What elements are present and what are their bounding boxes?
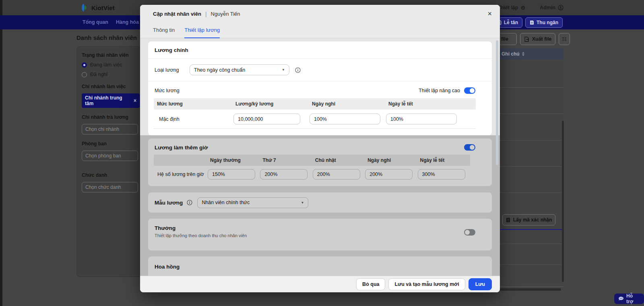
filter-department-label: Phòng ban bbox=[82, 141, 140, 147]
table-row-separator bbox=[493, 265, 564, 265]
advanced-settings-toggle[interactable] bbox=[464, 87, 475, 94]
receipt-icon bbox=[530, 20, 534, 25]
save-button[interactable]: Lưu bbox=[469, 278, 492, 290]
table-row-separator bbox=[493, 140, 564, 141]
settings-menu[interactable]: Thiết lập ⚙ bbox=[497, 5, 525, 11]
salary-level-table: Mức lương Lương/kỳ lương Ngày nghỉ Ngày … bbox=[154, 98, 476, 129]
dayoff-rate-input[interactable] bbox=[365, 169, 413, 180]
saturday-rate-input[interactable] bbox=[260, 169, 308, 180]
export-file-button[interactable]: Xuất file bbox=[520, 33, 555, 45]
overtime-toggle[interactable] bbox=[464, 144, 475, 151]
table-row-separator bbox=[493, 114, 564, 114]
main-salary-card: Lương chính Loại lương Theo ngày công ch… bbox=[148, 41, 492, 135]
filter-branch-pay-label: Chi nhánh trả lương bbox=[82, 114, 140, 120]
page-title: Danh sách nhân viên bbox=[76, 34, 137, 41]
bonus-card: Thưởng Thiết lập thưởng theo doanh thu c… bbox=[148, 219, 492, 250]
title-divider: | bbox=[205, 11, 207, 17]
modal-title: Cập nhật nhân viên bbox=[153, 11, 201, 17]
window-edge bbox=[0, 0, 2, 306]
modal-footer: Bỏ qua Lưu và tạo mẫu lương mới Lưu bbox=[140, 276, 500, 292]
chat-icon bbox=[618, 296, 624, 301]
filter-job-title-label: Chức danh bbox=[82, 172, 140, 178]
table-row-separator bbox=[493, 192, 564, 193]
chevron-down-icon: ▼ bbox=[282, 68, 285, 72]
job-title-input[interactable] bbox=[82, 182, 138, 192]
table-row: Mặc định bbox=[154, 110, 476, 129]
brand-name: KiotViet bbox=[91, 4, 115, 11]
branch-tag[interactable]: Chi nhánh trung tâm × bbox=[82, 93, 140, 108]
sunday-rate-input[interactable] bbox=[313, 169, 360, 180]
column-settings-button[interactable] bbox=[559, 33, 570, 45]
gear-icon: ⚙ bbox=[520, 5, 525, 11]
filter-branch-work-label: Chi nhánh làm việc bbox=[82, 84, 140, 89]
save-new-template-button[interactable]: Lưu và tạo mẫu lương mới bbox=[388, 278, 465, 290]
tab-thong-tin[interactable]: Thông tin bbox=[153, 23, 175, 38]
template-label: Mẫu lương bbox=[155, 200, 183, 206]
overtime-table: Ngày thường Thứ 7 Chủ nhật Ngày nghỉ Ngà… bbox=[154, 155, 470, 183]
selected-row-indicator bbox=[493, 229, 564, 230]
brand-logo[interactable]: KiotViet bbox=[80, 3, 115, 12]
table-row-separator bbox=[493, 166, 564, 167]
tab-thiet-lap-luong[interactable]: Thiết lập lương bbox=[184, 23, 220, 38]
holiday-rate-input[interactable] bbox=[386, 114, 457, 124]
commission-card: Hoa hồng bbox=[148, 256, 492, 276]
thu-ngan-button[interactable]: Thu ngân bbox=[525, 17, 563, 28]
salary-type-select[interactable]: Theo ngày công chuẩn ▼ bbox=[190, 64, 289, 75]
skip-button[interactable]: Bỏ qua bbox=[356, 278, 385, 290]
holiday-rate-input[interactable] bbox=[418, 169, 465, 180]
modal-header: Cập nhật nhân viên | Nguyễn Tiến × bbox=[140, 5, 500, 23]
radio-dang-lam-viec[interactable]: Đang làm việc bbox=[82, 62, 140, 68]
table-row-separator bbox=[493, 244, 564, 244]
tag-close-icon[interactable]: × bbox=[134, 98, 136, 103]
get-confirm-code-button[interactable]: Lấy mã xác nhận bbox=[502, 214, 555, 225]
row-label: Mặc định bbox=[154, 116, 232, 122]
info-icon bbox=[295, 67, 301, 73]
radio-da-nghi[interactable]: Đã nghỉ bbox=[82, 72, 140, 77]
table-vertical-scrollbar[interactable] bbox=[562, 121, 564, 282]
close-icon[interactable]: × bbox=[487, 9, 492, 19]
bonus-subtitle: Thiết lập thưởng theo doanh thu cho nhân… bbox=[155, 233, 247, 238]
department-input[interactable] bbox=[82, 151, 138, 161]
salary-level-label: Mức lương bbox=[155, 88, 180, 93]
overtime-card: Lương làm thêm giờ Ngày thường Thứ 7 Chủ… bbox=[148, 139, 492, 186]
table-header-ghi-chu[interactable]: Ghi chú bbox=[493, 48, 564, 60]
bonus-title: Thưởng bbox=[155, 225, 247, 231]
salary-template-select[interactable]: Nhân viên chính thức ▼ bbox=[197, 197, 308, 208]
chevron-down-icon: ▼ bbox=[301, 201, 304, 205]
row-label: Hệ số lương trên giờ bbox=[154, 172, 208, 177]
export-icon bbox=[524, 37, 529, 42]
otp-device-icon bbox=[506, 217, 510, 223]
radio-unselected-icon bbox=[82, 72, 87, 77]
modal-body: Lương chính Loại lương Theo ngày công ch… bbox=[140, 38, 500, 276]
info-icon bbox=[187, 200, 192, 205]
update-employee-modal: Cập nhật nhân viên | Nguyễn Tiến × Thông… bbox=[140, 5, 500, 292]
sort-icon bbox=[522, 52, 524, 56]
nav-item-hang-hoa[interactable]: Hàng hóa bbox=[116, 15, 139, 29]
weekday-rate-input[interactable] bbox=[208, 169, 255, 180]
commission-title: Hoa hồng bbox=[155, 264, 180, 270]
columns-icon bbox=[562, 37, 567, 41]
modal-scrollbar[interactable] bbox=[496, 40, 498, 165]
support-button[interactable]: Hỗ trợ bbox=[614, 294, 644, 304]
main-salary-title: Lương chính bbox=[155, 47, 188, 53]
kiotviet-logo-icon bbox=[80, 3, 89, 12]
day-off-rate-input[interactable] bbox=[310, 114, 380, 124]
branch-pay-input[interactable] bbox=[82, 124, 138, 134]
employee-table: Lấy mã xác nhận bbox=[493, 60, 564, 287]
bonus-toggle[interactable] bbox=[464, 229, 475, 236]
salary-amount-input[interactable] bbox=[233, 114, 300, 124]
table-row-separator bbox=[493, 87, 564, 88]
table-horizontal-scrollbar[interactable] bbox=[493, 288, 561, 291]
filter-status-label: Trạng thái nhân viên bbox=[82, 52, 140, 58]
salary-template-card: Mẫu lương Nhân viên chính thức ▼ bbox=[148, 192, 492, 213]
employee-name: Nguyễn Tiến bbox=[211, 11, 240, 17]
nav-item-tong-quan[interactable]: Tổng quan bbox=[83, 15, 108, 29]
advanced-settings-label: Thiết lập nâng cao bbox=[419, 88, 460, 93]
user-icon bbox=[558, 5, 564, 10]
radio-selected-icon bbox=[82, 62, 87, 68]
modal-tabs: Thông tin Thiết lập lương bbox=[140, 23, 500, 38]
admin-menu[interactable]: Admin bbox=[540, 5, 564, 10]
employee-filters-panel: Trạng thái nhân viên Đang làm việc Đã ng… bbox=[76, 46, 145, 277]
overtime-title: Lương làm thêm giờ bbox=[155, 145, 208, 151]
table-row: Hệ số lương trên giờ bbox=[154, 166, 470, 183]
